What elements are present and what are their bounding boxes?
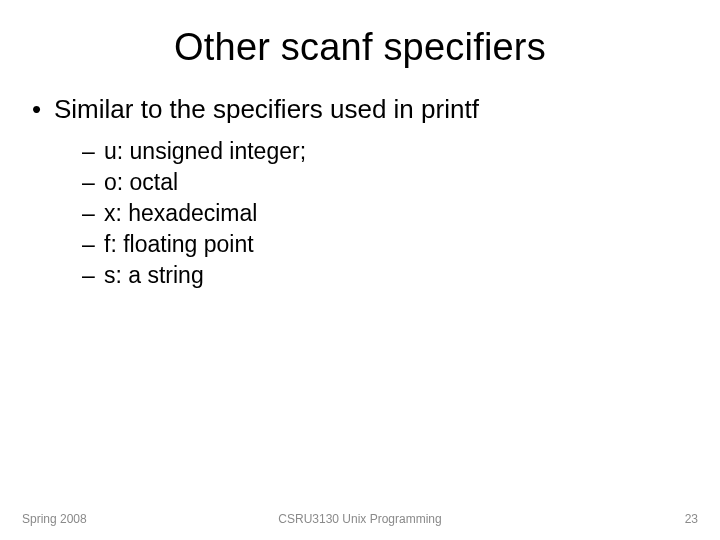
- list-item-text: x: hexadecimal: [104, 198, 257, 229]
- list-item-text: u: unsigned integer;: [104, 136, 306, 167]
- bullet-text: Similar to the specifiers used in printf: [54, 93, 479, 126]
- list-item: – f: floating point: [82, 229, 692, 260]
- list-item-text: f: floating point: [104, 229, 254, 260]
- slide-title: Other scanf specifiers: [0, 0, 720, 69]
- list-item: – s: a string: [82, 260, 692, 291]
- dash-icon: –: [82, 260, 104, 291]
- list-item: – x: hexadecimal: [82, 198, 692, 229]
- footer-center: CSRU3130 Unix Programming: [0, 512, 720, 526]
- sub-list: – u: unsigned integer; – o: octal – x: h…: [28, 126, 692, 291]
- slide-footer: Spring 2008 CSRU3130 Unix Programming 23: [0, 512, 720, 526]
- bullet-level1: • Similar to the specifiers used in prin…: [28, 93, 692, 126]
- dash-icon: –: [82, 167, 104, 198]
- dash-icon: –: [82, 229, 104, 260]
- dash-icon: –: [82, 136, 104, 167]
- bullet-dot-icon: •: [28, 93, 54, 126]
- list-item-text: s: a string: [104, 260, 204, 291]
- list-item: – u: unsigned integer;: [82, 136, 692, 167]
- list-item: – o: octal: [82, 167, 692, 198]
- dash-icon: –: [82, 198, 104, 229]
- list-item-text: o: octal: [104, 167, 178, 198]
- slide-body: • Similar to the specifiers used in prin…: [0, 69, 720, 291]
